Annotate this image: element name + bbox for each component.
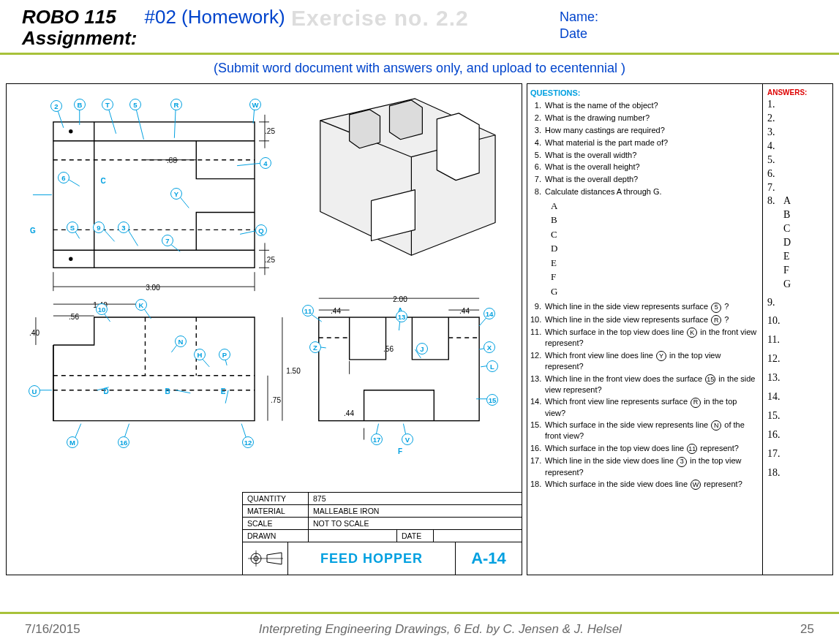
dim-44b: .44	[459, 307, 470, 315]
answer-8-sub: E	[767, 250, 828, 264]
name-date-block: Name: Date	[560, 9, 598, 43]
answers-header: ANSWERS:	[767, 88, 828, 96]
title-block: QUANTITY 875 MATERIAL MALLEABLE IRON SCA…	[242, 492, 522, 575]
answer-slot: 13.	[767, 371, 828, 385]
svg-point-7	[69, 257, 72, 260]
question-item: 16.Which surface in the top view does li…	[530, 443, 759, 454]
answer-slot: 16.	[767, 428, 828, 442]
callout-T: T	[102, 99, 113, 110]
answer-8-sub: F	[767, 264, 828, 278]
footer-citation: Interpreting Engineering Drawings, 6 Ed.…	[80, 622, 800, 637]
question-item: 3.How many castings are required?	[530, 125, 759, 136]
callout-6: 6	[58, 172, 69, 183]
answer-slot: 15.	[767, 409, 828, 423]
question-item: 13.Which line in the front view does the…	[530, 374, 759, 395]
dim-44c: .44	[344, 409, 354, 417]
callout-X: X	[484, 341, 495, 353]
svg-rect-0	[53, 122, 255, 268]
dim-56b: .56	[383, 345, 394, 353]
qa-panel: QUESTIONS: 1.What is the name of the obj…	[527, 83, 833, 575]
drawing-frame: .25 .88 .25 3.00 1.40 .56 .40 .75 1.50 2…	[6, 83, 522, 575]
question-8-sub: B	[551, 213, 759, 227]
callout-16: 16	[118, 436, 129, 448]
homework-number: #02 (Homework)	[144, 6, 285, 29]
callout-W: W	[249, 99, 261, 110]
callout-11: 11	[302, 305, 314, 317]
question-item: 14.Which front view line represents surf…	[530, 396, 759, 418]
tb-drawn-label: DRAWN	[243, 530, 309, 542]
question-item: 6.What is the overall height?	[530, 162, 759, 173]
question-item: 2.What is the drawing number?	[530, 113, 759, 124]
answer-8-sub: C	[767, 222, 828, 236]
question-8-sub: G	[551, 284, 759, 299]
answer-slot: 1.	[767, 98, 828, 112]
dim-25b: .25	[265, 256, 275, 264]
question-item: 8.Calculate distances A through G.	[530, 186, 759, 197]
callout-K: K	[135, 299, 147, 311]
callout-5: 5	[129, 99, 141, 110]
callout-P: P	[219, 349, 230, 360]
callout-N: N	[175, 336, 187, 347]
submit-instruction: (Submit word document with answers only,…	[0, 55, 839, 83]
callout-Z: Z	[309, 341, 321, 353]
callout-S: S	[67, 221, 78, 233]
callout-17: 17	[371, 433, 383, 445]
tb-quantity-label: QUANTITY	[243, 493, 309, 504]
callout-3: 3	[118, 221, 129, 233]
callout-R: R	[170, 99, 182, 110]
answer-slot: 2.	[767, 112, 828, 126]
callout-10: 10	[96, 303, 108, 315]
svg-rect-28	[319, 317, 479, 421]
questions-header: QUESTIONS:	[530, 88, 759, 97]
header: Exercise no. 2.2 ROBO 115 Assignment: #0…	[0, 0, 839, 55]
question-item: 18.Which surface in the side view does l…	[530, 479, 759, 490]
dim-letter-E: E	[221, 387, 226, 395]
answer-slot: 11.	[767, 333, 828, 347]
answers-column: ANSWERS: 1.2.3.4.5.6.7.8. ABCDEFG 9.10.1…	[763, 84, 832, 575]
answer-slot: 12.	[767, 352, 828, 366]
question-item: 5.What is the overall width?	[530, 150, 759, 161]
drawing-number: A-14	[456, 542, 522, 575]
date-label: Date	[560, 26, 598, 42]
answer-slot: 3.	[767, 126, 828, 140]
dim-44a: .44	[331, 307, 341, 315]
svg-marker-39	[437, 113, 479, 181]
dim-300: 3.00	[146, 284, 159, 292]
part-name: FEED HOPPER	[288, 542, 456, 575]
dim-25a: .25	[265, 127, 275, 135]
question-8-sub: C	[551, 227, 759, 242]
svg-line-64	[225, 390, 228, 404]
answer-slot: 7.	[767, 181, 828, 195]
tb-material: MALLEABLE IRON	[309, 505, 522, 517]
question-8-sub: E	[551, 256, 759, 270]
answer-8-sub: D	[767, 236, 828, 250]
dim-200: 2.00	[393, 295, 407, 303]
answer-8-sub: B	[767, 208, 828, 222]
callout-J: J	[416, 343, 428, 355]
question-8-sub: D	[551, 241, 759, 256]
dim-56a: .56	[69, 313, 79, 321]
answer-slot: 4.	[767, 140, 828, 154]
question-item: 9.Which line in the side view represents…	[530, 301, 759, 312]
dim-88: .88	[167, 156, 177, 164]
footer: 7/16/2015 Interpreting Engineering Drawi…	[0, 612, 839, 644]
callout-15: 15	[486, 394, 498, 406]
dim-letter-G: G	[30, 227, 36, 235]
exercise-ghost-text: Exercise no. 2.2	[291, 6, 469, 31]
callout-Y: Y	[170, 188, 182, 200]
dim-40: .40	[29, 329, 39, 337]
question-item: 17.Which line in the side view does line…	[530, 455, 759, 477]
answer-slot: 9.	[767, 296, 828, 310]
question-item: 1.What is the name of the object?	[530, 100, 759, 111]
dim-150: 1.50	[286, 367, 300, 375]
question-item: 15.Which surface in the side view repres…	[530, 420, 759, 442]
question-8-sub: A	[551, 199, 759, 213]
callout-13: 13	[396, 311, 407, 322]
answer-slot: 14.	[767, 390, 828, 404]
answer-8-sub: A	[767, 194, 828, 208]
answer-slot: 18.	[767, 466, 828, 480]
callout-7: 7	[162, 235, 173, 246]
question-item: 10.Which line in the side view represent…	[530, 314, 759, 325]
callout-14: 14	[484, 308, 495, 319]
questions-column: QUESTIONS: 1.What is the name of the obj…	[527, 84, 763, 575]
